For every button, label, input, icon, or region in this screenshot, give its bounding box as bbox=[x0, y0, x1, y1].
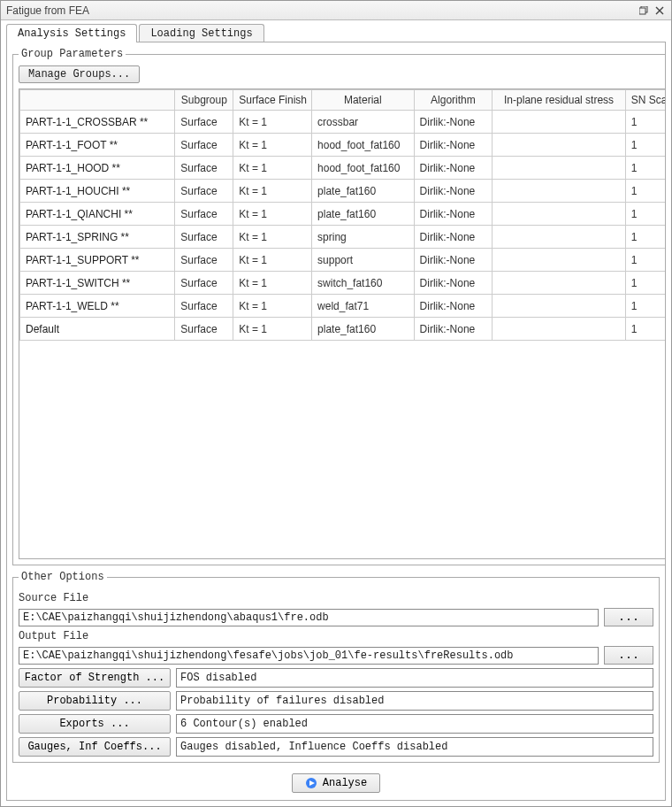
table-row[interactable]: PART-1-1_CROSSBAR **SurfaceKt = 1crossba… bbox=[20, 111, 667, 134]
col-header-name[interactable] bbox=[20, 90, 175, 111]
cell-algorithm[interactable]: Dirlik:-None bbox=[414, 134, 493, 157]
cell-material[interactable]: plate_fat160 bbox=[312, 180, 415, 203]
cell-surface-finish[interactable]: Kt = 1 bbox=[233, 295, 312, 318]
cell-snscale[interactable]: 1 bbox=[625, 111, 666, 134]
cell-snscale[interactable]: 1 bbox=[625, 180, 666, 203]
col-header-algorithm[interactable]: Algorithm bbox=[414, 90, 493, 111]
cell-name[interactable]: PART-1-1_FOOT ** bbox=[20, 134, 175, 157]
cell-material[interactable]: spring bbox=[312, 226, 415, 249]
table-row[interactable]: PART-1-1_HOUCHI **SurfaceKt = 1plate_fat… bbox=[20, 180, 667, 203]
cell-snscale[interactable]: 1 bbox=[625, 295, 666, 318]
tab-analysis-settings[interactable]: Analysis Settings bbox=[6, 24, 137, 42]
cell-algorithm[interactable]: Dirlik:-None bbox=[414, 111, 493, 134]
table-row[interactable]: PART-1-1_SUPPORT **SurfaceKt = 1supportD… bbox=[20, 249, 667, 272]
analyse-button[interactable]: Analyse bbox=[292, 773, 380, 793]
cell-surface-finish[interactable]: Kt = 1 bbox=[233, 203, 312, 226]
cell-surface-finish[interactable]: Kt = 1 bbox=[233, 249, 312, 272]
cell-surface-finish[interactable]: Kt = 1 bbox=[233, 134, 312, 157]
probability-button[interactable]: Probability ... bbox=[19, 691, 171, 711]
cell-residual[interactable] bbox=[493, 203, 626, 226]
cell-snscale[interactable]: 1 bbox=[625, 203, 666, 226]
cell-snscale[interactable]: 1 bbox=[625, 134, 666, 157]
table-row[interactable]: PART-1-1_QIANCHI **SurfaceKt = 1plate_fa… bbox=[20, 203, 667, 226]
cell-residual[interactable] bbox=[493, 180, 626, 203]
group-table-scroll[interactable]: Subgroup Surface Finish Material Algorit… bbox=[19, 88, 666, 559]
cell-snscale[interactable]: 1 bbox=[625, 226, 666, 249]
cell-subgroup[interactable]: Surface bbox=[175, 249, 233, 272]
cell-name[interactable]: PART-1-1_SUPPORT ** bbox=[20, 249, 175, 272]
cell-surface-finish[interactable]: Kt = 1 bbox=[233, 318, 312, 341]
cell-algorithm[interactable]: Dirlik:-None bbox=[414, 180, 493, 203]
col-header-residual[interactable]: In-plane residual stress bbox=[493, 90, 626, 111]
cell-snscale[interactable]: 1 bbox=[625, 157, 666, 180]
cell-algorithm[interactable]: Dirlik:-None bbox=[414, 226, 493, 249]
output-file-browse-button[interactable]: ... bbox=[604, 646, 653, 665]
cell-material[interactable]: hood_foot_fat160 bbox=[312, 134, 415, 157]
table-row[interactable]: PART-1-1_FOOT **SurfaceKt = 1hood_foot_f… bbox=[20, 134, 667, 157]
cell-name[interactable]: Default bbox=[20, 318, 175, 341]
cell-material[interactable]: plate_fat160 bbox=[312, 203, 415, 226]
gauges-inf-coeffs-button[interactable]: Gauges, Inf Coeffs... bbox=[19, 737, 171, 757]
manage-groups-button[interactable]: Manage Groups... bbox=[19, 65, 140, 83]
cell-surface-finish[interactable]: Kt = 1 bbox=[233, 272, 312, 295]
cell-subgroup[interactable]: Surface bbox=[175, 203, 233, 226]
cell-material[interactable]: switch_fat160 bbox=[312, 272, 415, 295]
factor-of-strength-button[interactable]: Factor of Strength ... bbox=[19, 668, 171, 688]
cell-surface-finish[interactable]: Kt = 1 bbox=[233, 226, 312, 249]
cell-residual[interactable] bbox=[493, 318, 626, 341]
cell-material[interactable]: plate_fat160 bbox=[312, 318, 415, 341]
cell-material[interactable]: hood_foot_fat160 bbox=[312, 157, 415, 180]
table-row[interactable]: PART-1-1_HOOD **SurfaceKt = 1hood_foot_f… bbox=[20, 157, 667, 180]
exports-button[interactable]: Exports ... bbox=[19, 714, 171, 734]
cell-subgroup[interactable]: Surface bbox=[175, 157, 233, 180]
col-header-material[interactable]: Material bbox=[312, 90, 415, 111]
cell-material[interactable]: support bbox=[312, 249, 415, 272]
output-file-input[interactable] bbox=[19, 647, 599, 665]
table-row[interactable]: PART-1-1_SPRING **SurfaceKt = 1springDir… bbox=[20, 226, 667, 249]
cell-surface-finish[interactable]: Kt = 1 bbox=[233, 157, 312, 180]
cell-surface-finish[interactable]: Kt = 1 bbox=[233, 111, 312, 134]
source-file-browse-button[interactable]: ... bbox=[604, 608, 653, 626]
cell-residual[interactable] bbox=[493, 272, 626, 295]
cell-name[interactable]: PART-1-1_SPRING ** bbox=[20, 226, 175, 249]
cell-snscale[interactable]: 1 bbox=[625, 318, 666, 341]
cell-snscale[interactable]: 1 bbox=[625, 249, 666, 272]
cell-name[interactable]: PART-1-1_HOOD ** bbox=[20, 157, 175, 180]
cell-subgroup[interactable]: Surface bbox=[175, 295, 233, 318]
cell-name[interactable]: PART-1-1_WELD ** bbox=[20, 295, 175, 318]
col-header-surface-finish[interactable]: Surface Finish bbox=[233, 90, 312, 111]
cell-residual[interactable] bbox=[493, 226, 626, 249]
cell-material[interactable]: weld_fat71 bbox=[312, 295, 415, 318]
cell-name[interactable]: PART-1-1_QIANCHI ** bbox=[20, 203, 175, 226]
table-row[interactable]: PART-1-1_SWITCH **SurfaceKt = 1switch_fa… bbox=[20, 272, 667, 295]
cell-surface-finish[interactable]: Kt = 1 bbox=[233, 180, 312, 203]
cell-residual[interactable] bbox=[493, 157, 626, 180]
cell-subgroup[interactable]: Surface bbox=[175, 134, 233, 157]
cell-name[interactable]: PART-1-1_HOUCHI ** bbox=[20, 180, 175, 203]
cell-material[interactable]: crossbar bbox=[312, 111, 415, 134]
cell-residual[interactable] bbox=[493, 249, 626, 272]
close-button[interactable] bbox=[652, 4, 668, 18]
cell-algorithm[interactable]: Dirlik:-None bbox=[414, 318, 493, 341]
cell-subgroup[interactable]: Surface bbox=[175, 111, 233, 134]
tab-loading-settings[interactable]: Loading Settings bbox=[139, 24, 263, 42]
cell-residual[interactable] bbox=[493, 295, 626, 318]
cell-algorithm[interactable]: Dirlik:-None bbox=[414, 272, 493, 295]
table-row[interactable]: PART-1-1_WELD **SurfaceKt = 1weld_fat71D… bbox=[20, 295, 667, 318]
col-header-subgroup[interactable]: Subgroup bbox=[175, 90, 233, 111]
cell-snscale[interactable]: 1 bbox=[625, 272, 666, 295]
cell-algorithm[interactable]: Dirlik:-None bbox=[414, 249, 493, 272]
cell-subgroup[interactable]: Surface bbox=[175, 272, 233, 295]
cell-residual[interactable] bbox=[493, 134, 626, 157]
cell-algorithm[interactable]: Dirlik:-None bbox=[414, 157, 493, 180]
restore-button[interactable] bbox=[636, 4, 652, 18]
col-header-snscale[interactable]: SN Scale bbox=[625, 90, 666, 111]
cell-algorithm[interactable]: Dirlik:-None bbox=[414, 295, 493, 318]
cell-name[interactable]: PART-1-1_SWITCH ** bbox=[20, 272, 175, 295]
table-row[interactable]: DefaultSurfaceKt = 1plate_fat160Dirlik:-… bbox=[20, 318, 667, 341]
cell-subgroup[interactable]: Surface bbox=[175, 180, 233, 203]
cell-subgroup[interactable]: Surface bbox=[175, 318, 233, 341]
source-file-input[interactable] bbox=[19, 609, 599, 626]
cell-subgroup[interactable]: Surface bbox=[175, 226, 233, 249]
cell-name[interactable]: PART-1-1_CROSSBAR ** bbox=[20, 111, 175, 134]
